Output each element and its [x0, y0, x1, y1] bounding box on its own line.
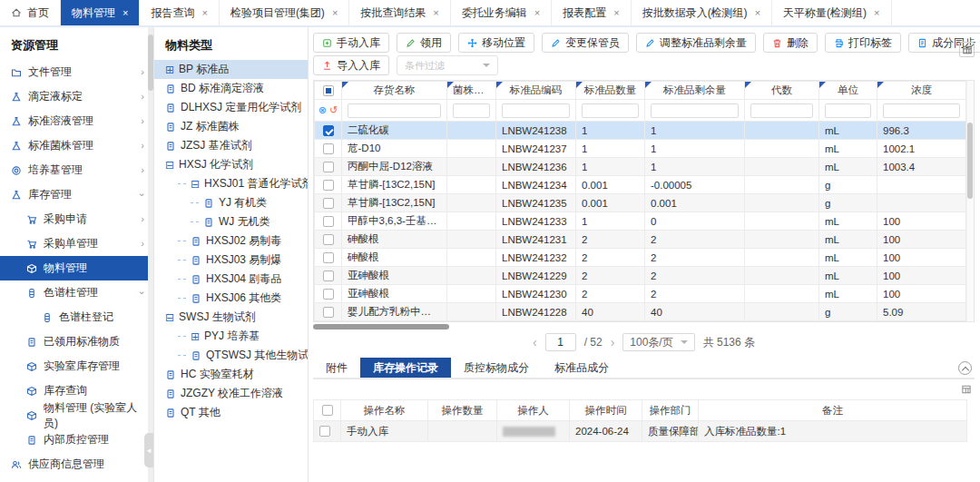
- detail-tab-3[interactable]: 质控标物成分: [451, 358, 542, 378]
- sidebar-item-13[interactable]: 实验室库存管理: [0, 354, 153, 379]
- row-checkbox[interactable]: [323, 125, 334, 136]
- sidebar-item-7[interactable]: 采购申请›: [0, 207, 153, 231]
- sidebar-item-8[interactable]: 采购单管理›: [0, 231, 153, 256]
- close-icon[interactable]: ×: [755, 7, 760, 18]
- sidebar-item-5[interactable]: 培养基管理›: [0, 158, 153, 182]
- table-row[interactable]: 婴儿配方乳粉中维生素B1、...LNBW2412284040g5.09: [315, 303, 966, 321]
- tree-node-11[interactable]: HXSJ03 易制爆: [154, 251, 308, 270]
- sidebar-item-6[interactable]: 库存管理›: [0, 182, 153, 207]
- toolbar-button-1-5[interactable]: 调整标准品剩余量: [636, 33, 756, 53]
- op-column-header-2[interactable]: 操作数量: [428, 400, 497, 421]
- condition-filter-select[interactable]: 条件过滤: [397, 55, 498, 75]
- tab-9[interactable]: 天平称量(检测组)×: [772, 0, 891, 25]
- tab-2[interactable]: 物料管理×: [61, 0, 140, 25]
- column-header-7[interactable]: 单位: [819, 82, 877, 100]
- expand-icon[interactable]: ⊞: [165, 64, 174, 75]
- table-row[interactable]: 草甘膦-[13C2,15N]LNBW2412340.001-0.00005g: [315, 176, 966, 194]
- row-checkbox[interactable]: [323, 252, 334, 263]
- next-page-button[interactable]: ›: [611, 335, 615, 349]
- tree-node-3[interactable]: DLHXSJ 定量用化学试剂: [154, 98, 308, 117]
- sidebar-item-16[interactable]: 内部质控管理: [0, 428, 153, 452]
- close-icon[interactable]: ×: [122, 7, 128, 18]
- toolbar-button-1-2[interactable]: 领用: [397, 33, 451, 53]
- tree-node-12[interactable]: HXSJ04 剧毒品: [154, 270, 308, 289]
- operation-row[interactable]: 手动入库2024-06-24质量保障部入库标准品数量:1: [314, 421, 967, 442]
- column-filter-input[interactable]: [651, 103, 739, 118]
- table-row[interactable]: 亚砷酸根LNBW24123022mL100: [315, 285, 966, 303]
- column-header-6[interactable]: 代数: [745, 82, 819, 100]
- row-checkbox[interactable]: [323, 271, 334, 281]
- table-row[interactable]: 丙酮中屈-D12溶液LNBW24123611mL1003.4: [315, 158, 966, 176]
- row-checkbox[interactable]: [323, 289, 334, 300]
- sidebar-item-9[interactable]: 物料管理: [0, 256, 153, 280]
- sidebar-scrollbar[interactable]: [148, 27, 153, 482]
- page-size-select[interactable]: 100条/页: [622, 333, 694, 351]
- table-settings-icon-bottom[interactable]: [960, 383, 973, 396]
- toolbar-button-1-4[interactable]: 变更保管员: [542, 33, 629, 53]
- sidebar-item-10[interactable]: 色谱柱管理›: [0, 280, 153, 305]
- column-filter-input[interactable]: [582, 103, 639, 118]
- column-header-8[interactable]: 浓度: [877, 82, 966, 100]
- tab-5[interactable]: 按批查询结果×: [349, 0, 450, 25]
- tree-node-17[interactable]: HC 实验室耗材: [154, 365, 308, 384]
- toolbar-button-1-3[interactable]: 移动位置: [458, 33, 534, 53]
- close-icon[interactable]: ×: [534, 7, 540, 18]
- page-input[interactable]: 1: [545, 333, 576, 351]
- sidebar-item-12[interactable]: 已领用标准物质: [0, 330, 153, 354]
- close-icon[interactable]: ×: [201, 7, 207, 18]
- toolbar-button-1-7[interactable]: 打印标签: [825, 33, 901, 53]
- tab-6[interactable]: 委托业务编辑×: [451, 0, 552, 25]
- tree-node-4[interactable]: JZ 标准菌株: [154, 117, 308, 136]
- tab-4[interactable]: 检验项目管理(集团)×: [220, 0, 349, 25]
- op-select-all-checkbox[interactable]: [322, 405, 333, 416]
- table-row[interactable]: 亚砷酸根LNBW24122922mL100: [315, 267, 966, 285]
- tree-node-19[interactable]: QT 其他: [154, 403, 308, 422]
- row-checkbox[interactable]: [323, 162, 334, 172]
- sidebar-item-18[interactable]: 分包商信息管理: [0, 477, 153, 482]
- column-filter-input[interactable]: [502, 103, 570, 118]
- tab-8[interactable]: 按批数据录入(检测组)×: [632, 0, 772, 25]
- detail-tab-4[interactable]: 标准品成分: [542, 358, 622, 378]
- tree-node-2[interactable]: BD 标准滴定溶液: [154, 79, 308, 98]
- toolbar-button-1-6[interactable]: 删除: [763, 33, 818, 53]
- table-row[interactable]: 二硫化碳LNBW24123811mL996.3: [315, 122, 966, 140]
- close-icon[interactable]: ×: [874, 7, 879, 18]
- tree-node-9[interactable]: WJ 无机类: [154, 212, 308, 231]
- tree-node-1[interactable]: ⊞BP 标准品: [154, 60, 308, 79]
- table-row[interactable]: 苊-D10LNBW24123711mL1002.1: [315, 140, 966, 158]
- toolbar-button-2-1[interactable]: 导入入库: [313, 55, 389, 75]
- tree-node-6[interactable]: ⊟HXSJ 化学试剂: [154, 155, 308, 174]
- column-header-1[interactable]: 存货名称: [342, 82, 447, 100]
- sidebar-item-17[interactable]: 供应商信息管理: [0, 452, 153, 477]
- sidebar-collapse-handle[interactable]: ◂: [144, 433, 153, 467]
- clear-selection-icon[interactable]: ⊗: [318, 104, 327, 116]
- row-checkbox[interactable]: [323, 307, 334, 318]
- tree-node-10[interactable]: HXSJ02 易制毒: [154, 231, 308, 251]
- column-filter-input[interactable]: [453, 103, 490, 118]
- close-icon[interactable]: ×: [433, 7, 438, 18]
- tree-node-15[interactable]: ⊞PYJ 培养基: [154, 327, 308, 346]
- table-settings-icon[interactable]: [959, 42, 975, 57]
- column-filter-input[interactable]: [750, 103, 813, 118]
- detail-tab-2[interactable]: 库存操作记录: [360, 358, 451, 378]
- column-filter-input[interactable]: [825, 103, 871, 118]
- tree-node-5[interactable]: JZSJ 基准试剂: [154, 136, 308, 155]
- op-column-header-6[interactable]: 备注: [699, 400, 967, 421]
- column-filter-input[interactable]: [348, 103, 441, 118]
- sidebar-item-1[interactable]: 文件管理›: [0, 60, 153, 84]
- collapse-panel-icon[interactable]: [958, 361, 972, 375]
- column-header-3[interactable]: 标准品编码: [496, 82, 576, 100]
- tree-node-14[interactable]: ⊟SWSJ 生物试剂: [154, 308, 308, 327]
- table-row[interactable]: 草甘膦-[13C2,15N]LNBW2412350.0010.001g: [315, 194, 966, 212]
- tree-node-7[interactable]: ⊟HXSJ01 普通化学试剂: [154, 174, 308, 193]
- close-icon[interactable]: ×: [613, 7, 619, 18]
- table-row[interactable]: 砷酸根LNBW24123122mL100: [315, 231, 966, 249]
- horizontal-scrollbar[interactable]: [313, 323, 975, 330]
- row-checkbox[interactable]: [323, 198, 334, 209]
- tab-1[interactable]: 首页: [0, 0, 61, 25]
- row-checkbox[interactable]: [323, 180, 334, 191]
- column-header-4[interactable]: 标准品数量: [576, 82, 645, 100]
- sidebar-item-4[interactable]: 标准菌株管理›: [0, 133, 153, 158]
- op-column-header-5[interactable]: 操作部门: [642, 400, 699, 421]
- op-row-checkbox[interactable]: [319, 426, 330, 437]
